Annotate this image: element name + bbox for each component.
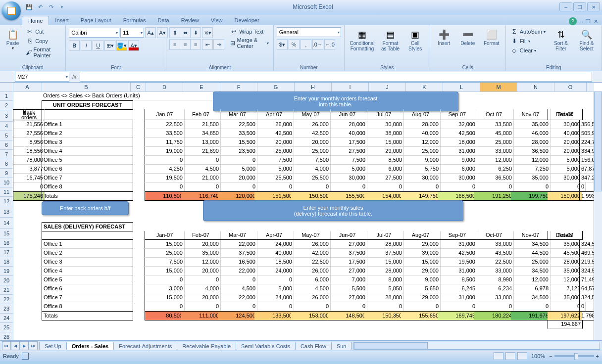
cell[interactable]: 15,500 (218, 138, 257, 147)
cell[interactable]: 37,500 (328, 249, 367, 258)
tab-review[interactable]: Review (175, 16, 205, 25)
column-header[interactable]: O (554, 83, 587, 91)
cell[interactable]: 8,500 (364, 156, 404, 165)
cell[interactable]: Apr-07 (254, 231, 294, 240)
cell[interactable]: 19,500 (145, 174, 185, 182)
cell[interactable]: 6,250 (474, 165, 514, 174)
cell[interactable]: 29,000 (401, 267, 441, 275)
cell[interactable]: 116,740 (181, 191, 221, 201)
cell[interactable]: 34,500 (511, 293, 551, 302)
cell[interactable]: 7,250 (511, 165, 551, 174)
insert-cells-button[interactable]: ➕Insert (433, 27, 455, 47)
column-header[interactable]: N (517, 83, 554, 91)
column-header[interactable]: I (332, 83, 369, 91)
cell[interactable]: 33,000 (474, 293, 514, 302)
cell[interactable]: 12,000 (511, 156, 551, 165)
cell[interactable]: 5,000 (548, 156, 582, 165)
cell[interactable]: 0 (364, 302, 404, 311)
page-layout-view-button[interactable] (505, 352, 515, 360)
cell[interactable]: 40,000 (254, 249, 294, 258)
row-header[interactable]: 24 (0, 314, 13, 323)
close-workbook-icon[interactable]: ✕ (594, 18, 598, 25)
cell[interactable]: 25,500 (254, 174, 294, 182)
cell[interactable]: 191,978 (511, 311, 551, 320)
cell[interactable]: 19,500 (438, 258, 477, 267)
cell[interactable]: 20,000 (291, 138, 331, 147)
cell[interactable]: 16,500 (218, 258, 257, 267)
cell[interactable]: 36,500 (511, 147, 551, 156)
tab-formulas[interactable]: Formulas (117, 16, 152, 25)
cell[interactable]: 30,000 (364, 120, 404, 129)
horizontal-scrollbar[interactable] (353, 342, 600, 350)
cell[interactable]: 38,000 (364, 129, 404, 138)
cell[interactable]: Feb-07 (181, 109, 221, 120)
cell[interactable]: Apr-07 (254, 109, 294, 120)
cell[interactable]: 25,000 (145, 249, 185, 258)
cell[interactable]: 17,500 (328, 258, 367, 267)
cell[interactable]: 22,500 (474, 258, 514, 267)
column-header[interactable]: A (13, 83, 42, 91)
tab-data[interactable]: Data (151, 16, 175, 25)
cell[interactable]: 25,000 (401, 147, 441, 156)
undo-icon[interactable]: ↶ (36, 2, 45, 11)
cell[interactable]: 153,000 (291, 311, 331, 320)
cell[interactable]: 34,500 (511, 267, 551, 275)
decrease-indent-button[interactable]: ⇤ (202, 39, 213, 50)
copy-button[interactable]: ⎘Copy (24, 37, 62, 46)
cell[interactable]: 0 (145, 182, 185, 191)
row-header[interactable]: 17 (0, 248, 13, 257)
column-header[interactable]: H (295, 83, 332, 91)
cell[interactable]: 27,000 (328, 267, 367, 275)
cell[interactable]: 29,000 (401, 240, 441, 249)
row-header[interactable]: 10 (0, 178, 13, 187)
cell[interactable]: 43,500 (474, 249, 514, 258)
sheet-tab[interactable]: Set Up (39, 342, 67, 350)
cell[interactable]: 5,000 (254, 165, 294, 174)
cell[interactable]: 23,500 (218, 147, 257, 156)
fx-icon[interactable]: fx (72, 74, 77, 80)
cell[interactable]: 22,000 (218, 293, 257, 302)
column-header[interactable]: B (42, 83, 131, 91)
cell[interactable]: 17,500 (328, 138, 367, 147)
cell[interactable]: 30,000 (438, 174, 477, 182)
cell[interactable]: 39,000 (401, 249, 441, 258)
qat-dropdown-icon[interactable]: ▾ (57, 2, 66, 11)
cell[interactable]: 0 (511, 302, 551, 311)
cell[interactable]: 12,000 (548, 275, 582, 284)
cell[interactable]: 37,500 (218, 249, 257, 258)
vertical-scrollbar[interactable] (594, 91, 602, 341)
tab-nav-last[interactable]: ⏭ (29, 341, 38, 350)
cell[interactable]: Office 7 (42, 293, 133, 302)
format-painter-button[interactable]: 🖌Format Painter (24, 46, 62, 59)
row-header[interactable]: 11 (0, 187, 13, 197)
cell[interactable]: 0 (401, 182, 441, 191)
cell[interactable]: 15,000 (145, 267, 185, 275)
column-header[interactable]: D (146, 83, 183, 91)
cell[interactable]: 35,000 (181, 249, 221, 258)
cell[interactable]: 20,000 (254, 138, 294, 147)
cell[interactable]: 22,500 (218, 120, 257, 129)
align-right-button[interactable]: ≡ (190, 39, 201, 50)
conditional-formatting-button[interactable]: ▦Conditional Formatting (348, 27, 377, 53)
cell[interactable]: 8,956 (13, 138, 45, 147)
cell[interactable]: Aug-07 (401, 231, 441, 240)
sheet-tab[interactable]: Cash Flow (295, 342, 332, 350)
restore-button[interactable]: ❐ (573, 2, 586, 11)
cell[interactable]: 28,000 (401, 120, 441, 129)
cell[interactable]: 42,500 (438, 249, 477, 258)
wrap-text-button[interactable]: ↩Wrap Text (228, 27, 270, 36)
cell[interactable]: 21,000 (181, 174, 221, 182)
cell[interactable]: Office 5 (42, 156, 133, 165)
cell[interactable]: 155,650 (401, 311, 441, 320)
cell[interactable]: 28,000 (364, 267, 404, 275)
cell[interactable]: 24,000 (254, 293, 294, 302)
cell[interactable]: Office 2 (42, 129, 133, 138)
cell[interactable]: 0 (328, 302, 367, 311)
sheet-tab[interactable]: Receivable-Payable (177, 342, 236, 350)
cell[interactable]: 0 (218, 302, 257, 311)
cell[interactable]: 5,000 (548, 165, 582, 174)
cell[interactable]: 29,000 (364, 147, 404, 156)
cell[interactable]: 155,500 (328, 191, 367, 201)
comma-button[interactable]: , (301, 39, 311, 50)
cell[interactable] (42, 231, 133, 240)
